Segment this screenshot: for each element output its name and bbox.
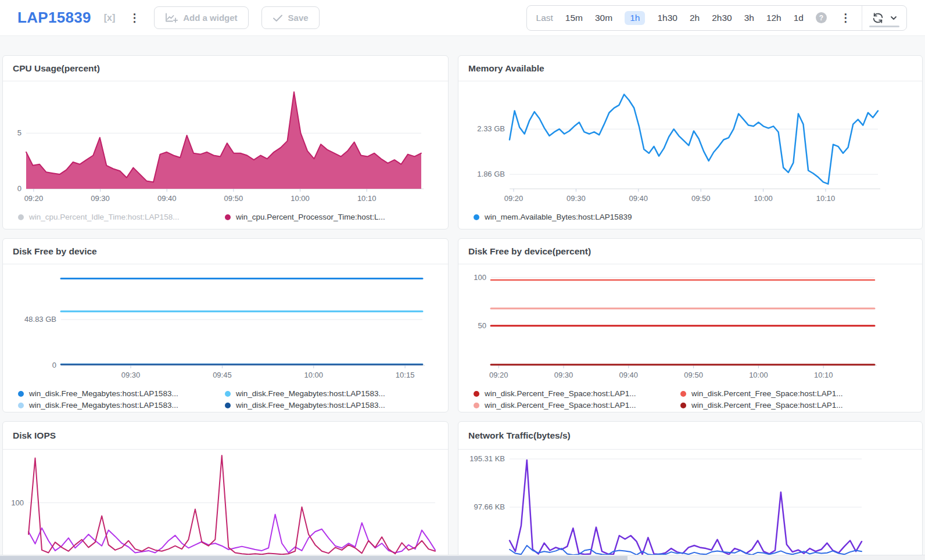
scrollbar-thumb[interactable] bbox=[0, 556, 628, 560]
disk-iops-svg[interactable] bbox=[3, 450, 448, 559]
y-axis-label: 100 bbox=[11, 498, 24, 508]
x-axis-label: 10:00 bbox=[304, 371, 323, 379]
chart-header: Disk IOPS bbox=[3, 422, 448, 450]
y-axis-label: 100 bbox=[474, 272, 486, 283]
memory-available-svg[interactable] bbox=[458, 82, 922, 192]
legend-dot-icon bbox=[225, 403, 231, 408]
chart-title: CPU Usage(percent) bbox=[13, 63, 100, 74]
template-variables-icon[interactable]: [x] bbox=[104, 13, 116, 23]
network-traffic-svg[interactable] bbox=[458, 450, 922, 559]
top-bar: LAP15839 [x] ⋮ Add a widget Save Last 15… bbox=[0, 0, 925, 36]
legend-item[interactable]: win_disk.Free_Megabytes:host:LAP1583... bbox=[18, 400, 225, 411]
dashboard-title: LAP15839 bbox=[17, 9, 91, 27]
legend-item[interactable]: win_disk.Percent_Free_Space:host:LAP1... bbox=[680, 400, 922, 411]
legend-item[interactable]: win_disk.Percent_Free_Space:host:LAP1... bbox=[680, 388, 922, 399]
legend-dot-icon bbox=[680, 403, 686, 408]
legend-dot-icon bbox=[474, 403, 479, 408]
y-axis-label: 1.86 GB bbox=[477, 169, 505, 180]
card-disk-iops: Disk IOPS 100 bbox=[2, 421, 449, 560]
save-label: Save bbox=[288, 13, 309, 23]
legend-item[interactable]: win_disk.Percent_Free_Space:host:LAP1... bbox=[474, 400, 680, 411]
y-axis-label: 0 bbox=[17, 184, 21, 194]
legend-label: win_disk.Free_Megabytes:host:LAP1583... bbox=[29, 401, 178, 410]
legend-dot-icon bbox=[225, 391, 231, 397]
disk-free-percent-svg[interactable] bbox=[458, 265, 922, 369]
dashboard-menu-kebab-icon[interactable]: ⋮ bbox=[128, 12, 141, 23]
save-button[interactable]: Save bbox=[261, 6, 320, 29]
legend-label: win_disk.Free_Megabytes:host:LAP1583... bbox=[29, 389, 178, 398]
x-axis-label: 09:40 bbox=[157, 194, 177, 203]
x-axis-label: 09:45 bbox=[213, 371, 232, 379]
legend-item[interactable]: win_disk.Percent_Free_Space:host:LAP1... bbox=[474, 388, 680, 399]
time-range-bar: Last 15m 30m 1h 1h30 2h 2h30 3h 12h 1d ?… bbox=[526, 5, 907, 31]
disk-free-svg[interactable] bbox=[3, 265, 448, 369]
legend-item[interactable]: win_mem.Available_Bytes:host:LAP15839 bbox=[474, 211, 680, 222]
disk-iops-chart[interactable]: 100 bbox=[3, 450, 448, 560]
legend-item[interactable]: win_cpu.Percent_Idle_Time:host:LAP158... bbox=[18, 211, 225, 222]
time-option-2h[interactable]: 2h bbox=[690, 13, 700, 23]
x-axis-label: 10:15 bbox=[396, 371, 415, 379]
legend-label: win_disk.Percent_Free_Space:host:LAP1... bbox=[485, 401, 636, 410]
x-axis-label: 09:40 bbox=[629, 194, 648, 203]
x-axis-label: 09:30 bbox=[121, 371, 141, 379]
x-axis-label: 09:30 bbox=[567, 194, 586, 203]
legend-label: win_disk.Free_Megabytes:host:LAP1583... bbox=[236, 389, 385, 398]
x-axis-label: 10:00 bbox=[749, 371, 768, 379]
chevron-down-icon bbox=[890, 16, 897, 20]
chart-title: Network Traffic(bytes/s) bbox=[468, 430, 571, 441]
legend-label: win_cpu.Percent_Idle_Time:host:LAP158... bbox=[29, 213, 179, 221]
horizontal-scrollbar[interactable] bbox=[0, 555, 925, 560]
x-axis-label: 09:50 bbox=[691, 194, 711, 203]
x-axis-label: 10:10 bbox=[814, 371, 833, 379]
y-axis-label: 48.83 GB bbox=[24, 314, 56, 325]
help-icon[interactable]: ? bbox=[816, 12, 827, 23]
time-option-30m[interactable]: 30m bbox=[595, 13, 612, 23]
x-axis-label: 10:10 bbox=[357, 194, 377, 203]
chart-title: Disk Free by device bbox=[13, 246, 97, 257]
legend-item[interactable]: win_disk.Free_Megabytes:host:LAP1583... bbox=[225, 388, 448, 399]
legend-item[interactable]: win_disk.Free_Megabytes:host:LAP1583... bbox=[225, 400, 448, 411]
time-option-12h[interactable]: 12h bbox=[766, 13, 781, 23]
cpu-usage-chart[interactable]: 5009:2009:3009:4009:5010:0010:10 bbox=[3, 81, 448, 209]
dashboard-grid: CPU Usage(percent) 5009:2009:3009:4009:5… bbox=[0, 36, 925, 560]
disk-free-chart[interactable]: 48.83 GB009:3009:4510:0010:15 bbox=[3, 264, 448, 386]
add-widget-chart-icon bbox=[165, 13, 178, 23]
add-widget-button[interactable]: Add a widget bbox=[154, 6, 248, 29]
network-traffic-chart[interactable]: 195.31 KB97.66 KB bbox=[458, 450, 922, 560]
card-disk-free: Disk Free by device 48.83 GB009:3009:451… bbox=[2, 238, 449, 412]
time-option-2h30[interactable]: 2h30 bbox=[712, 13, 732, 23]
legend-item[interactable]: win_disk.Free_Megabytes:host:LAP1583... bbox=[18, 388, 225, 399]
refresh-button[interactable] bbox=[862, 6, 906, 30]
time-range-prefix: Last bbox=[536, 13, 553, 23]
time-option-1d[interactable]: 1d bbox=[794, 13, 804, 23]
disk-free-percent-chart[interactable]: 1005009:2009:3009:4009:5010:0010:10 bbox=[458, 264, 922, 386]
add-widget-label: Add a widget bbox=[183, 13, 237, 23]
time-option-15m[interactable]: 15m bbox=[565, 13, 583, 23]
y-axis-label: 50 bbox=[478, 321, 486, 331]
legend-dot-icon bbox=[18, 403, 24, 408]
legend-label: win_cpu.Percent_Processor_Time:host:L... bbox=[236, 213, 385, 221]
x-axis-label: 10:00 bbox=[291, 194, 310, 203]
legend-label: win_disk.Free_Megabytes:host:LAP1583... bbox=[236, 401, 385, 410]
time-option-1h30[interactable]: 1h30 bbox=[657, 13, 677, 23]
chart-header: Disk Free by device(percent) bbox=[458, 239, 922, 264]
x-axis-label: 09:50 bbox=[224, 194, 243, 203]
memory-available-chart[interactable]: 2.33 GB1.86 GB09:2009:3009:4009:5010:001… bbox=[458, 81, 922, 209]
chart-header: Network Traffic(bytes/s) bbox=[458, 422, 922, 450]
cpu-usage-legend: win_cpu.Percent_Idle_Time:host:LAP158...… bbox=[3, 209, 448, 222]
time-option-1h[interactable]: 1h bbox=[625, 11, 645, 25]
y-axis-label: 2.33 GB bbox=[477, 124, 505, 134]
y-axis-label: 0 bbox=[52, 360, 56, 371]
legend-dot-icon bbox=[18, 391, 24, 397]
legend-item[interactable]: win_cpu.Percent_Processor_Time:host:L... bbox=[225, 211, 448, 222]
time-option-3h[interactable]: 3h bbox=[744, 13, 754, 23]
x-axis-label: 09:30 bbox=[91, 194, 110, 203]
cpu-usage-svg[interactable] bbox=[3, 82, 448, 192]
disk-free-legend: win_disk.Free_Megabytes:host:LAP1583...w… bbox=[3, 386, 448, 411]
range-menu-kebab-icon[interactable]: ⋮ bbox=[839, 12, 852, 23]
y-axis-label: 195.31 KB bbox=[469, 454, 505, 464]
save-check-icon bbox=[273, 14, 283, 22]
y-axis-label: 97.66 KB bbox=[474, 502, 505, 512]
chart-title: Disk Free by device(percent) bbox=[468, 246, 591, 257]
legend-dot-icon bbox=[225, 214, 231, 220]
